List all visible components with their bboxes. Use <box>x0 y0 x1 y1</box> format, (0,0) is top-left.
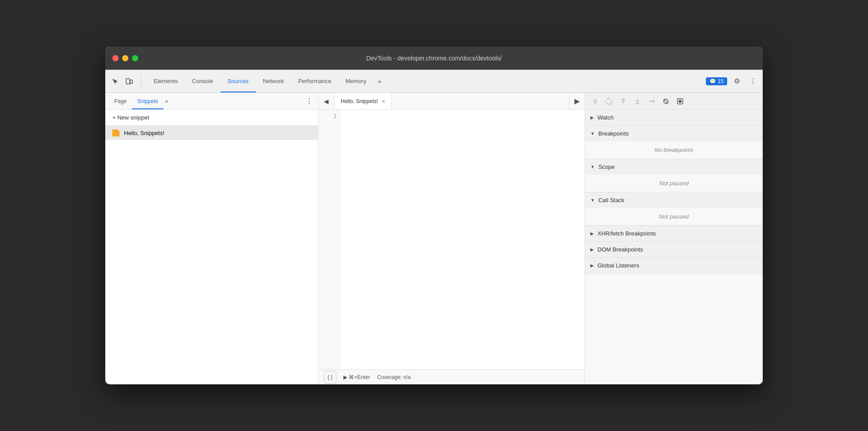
tab-memory[interactable]: Memory <box>338 70 374 92</box>
new-snippet-button[interactable]: + New snippet <box>105 110 318 126</box>
editor-bottom-bar: { } ▶ ⌘+Enter Coverage: n/a <box>319 369 585 384</box>
snippet-file-icon <box>112 129 119 136</box>
scope-section-header[interactable]: ▼ Scope <box>585 159 763 175</box>
new-snippet-label: + New snippet <box>112 114 149 121</box>
global-listeners-section-label: Global Listeners <box>597 262 639 269</box>
tab-console[interactable]: Console <box>185 70 220 92</box>
tab-network[interactable]: Network <box>256 70 291 92</box>
cursor-icon[interactable] <box>109 75 121 88</box>
editor-tab-bar: ◀ Hello, Snippets! × ▶ <box>319 93 585 110</box>
callstack-section-content: Not paused <box>585 208 763 225</box>
close-tab-button[interactable]: × <box>382 98 385 105</box>
callstack-section-header[interactable]: ▼ Call Stack <box>585 192 763 208</box>
dom-breakpoints-section-header[interactable]: ▶ DOM Breakpoints <box>585 242 763 257</box>
more-tabs-button[interactable]: » <box>374 75 386 88</box>
svg-rect-5 <box>679 100 681 103</box>
step-into-button[interactable] <box>617 95 629 108</box>
breakpoints-section-header[interactable]: ▼ Breakpoints <box>585 126 763 141</box>
xhr-arrow: ▶ <box>590 231 594 236</box>
tab-elements[interactable]: Elements <box>147 70 185 92</box>
tab-sources[interactable]: Sources <box>220 70 256 92</box>
breakpoints-section-content: No breakpoints <box>585 141 763 159</box>
devtools-body: Page Snippets » ⋮ + New snippet Hello, S… <box>105 93 763 384</box>
xhr-section-header[interactable]: ▶ XHR/fetch Breakpoints <box>585 226 763 241</box>
device-toolbar-icon[interactable] <box>123 75 135 88</box>
more-sub-tabs-button[interactable]: » <box>163 98 170 104</box>
run-shortcut[interactable]: ▶ ⌘+Enter <box>343 374 370 380</box>
coverage-label: Coverage: n/a <box>377 374 410 380</box>
tabs-right-controls: 💬 15 ⚙ ⋮ <box>706 75 759 88</box>
minimize-button[interactable] <box>122 55 128 61</box>
watch-section-header[interactable]: ▶ Watch <box>585 110 763 125</box>
format-button[interactable]: { } <box>324 371 336 383</box>
callstack-section-label: Call Stack <box>598 197 625 204</box>
editor-file-name: Hello, Snippets! <box>341 98 378 104</box>
step-out-button[interactable] <box>631 95 644 108</box>
scope-section-label: Scope <box>598 164 615 170</box>
titlebar: DevTools - developer.chrome.com/docs/dev… <box>105 47 763 70</box>
deactivate-breakpoints-button[interactable] <box>660 95 672 108</box>
sub-tab-snippets[interactable]: Snippets <box>132 93 163 109</box>
global-listeners-section: ▶ Global Listeners <box>585 258 763 274</box>
scope-empty-message: Not paused <box>590 180 757 187</box>
watch-section-label: Watch <box>597 114 613 121</box>
line-number-1: 1 <box>322 113 337 120</box>
global-listeners-section-header[interactable]: ▶ Global Listeners <box>585 258 763 273</box>
devtools-tabbar: Elements Console Sources Network Perform… <box>105 70 763 93</box>
window-title: DevTools - developer.chrome.com/docs/dev… <box>366 55 502 62</box>
pause-on-exceptions-button[interactable] <box>674 95 686 108</box>
debugger-panel: ⏸ <box>585 93 763 384</box>
run-shortcut-label: ▶ ⌘+Enter <box>343 374 370 380</box>
sidebar-toggle-button[interactable]: ◀ <box>319 93 334 109</box>
debug-toolbar: ⏸ <box>585 93 763 110</box>
dom-breakpoints-section-label: DOM Breakpoints <box>597 246 643 253</box>
debugger-sections: ▶ Watch ▼ Breakpoints No breakpoints <box>585 110 763 384</box>
svg-rect-0 <box>126 79 130 84</box>
dom-breakpoints-section: ▶ DOM Breakpoints <box>585 242 763 258</box>
breakpoints-section: ▼ Breakpoints No breakpoints <box>585 126 763 159</box>
sub-tab-page[interactable]: Page <box>109 93 132 109</box>
more-options-button[interactable]: ⋮ <box>747 75 759 88</box>
breakpoints-arrow: ▼ <box>590 131 595 136</box>
notification-icon: 💬 <box>709 78 716 84</box>
breakpoints-section-label: Breakpoints <box>598 130 629 137</box>
left-panel: Page Snippets » ⋮ + New snippet Hello, S… <box>105 93 319 384</box>
run-icon: ▶ <box>574 97 580 105</box>
notification-count: 15 <box>718 78 724 84</box>
maximize-button[interactable] <box>132 55 138 61</box>
scope-section: ▼ Scope Not paused <box>585 159 763 192</box>
global-listeners-arrow: ▶ <box>590 263 594 268</box>
watch-arrow: ▶ <box>590 115 594 120</box>
svg-rect-1 <box>130 80 132 84</box>
scope-arrow: ▼ <box>590 164 595 169</box>
watch-section: ▶ Watch <box>585 110 763 126</box>
line-numbers: 1 <box>319 110 341 369</box>
step-button[interactable] <box>645 95 658 108</box>
devtools-icons <box>109 75 141 88</box>
callstack-arrow: ▼ <box>590 198 595 203</box>
snippet-file-name: Hello, Snippets! <box>124 130 164 136</box>
editor-area: 1 <box>319 110 585 369</box>
sub-tabs-menu-button[interactable]: ⋮ <box>304 96 315 107</box>
devtools-window: DevTools - developer.chrome.com/docs/dev… <box>105 47 763 384</box>
close-button[interactable] <box>112 55 119 61</box>
code-editor[interactable] <box>341 110 585 369</box>
callstack-empty-message: Not paused <box>590 213 757 220</box>
snippet-item[interactable]: Hello, Snippets! <box>105 126 318 140</box>
dom-breakpoints-arrow: ▶ <box>590 247 594 252</box>
tab-performance[interactable]: Performance <box>291 70 338 92</box>
notification-badge[interactable]: 💬 15 <box>706 77 727 85</box>
editor-file-tab[interactable]: Hello, Snippets! × <box>334 93 392 109</box>
sources-sub-tabs: Page Snippets » ⋮ <box>105 93 318 110</box>
editor-panel: ◀ Hello, Snippets! × ▶ 1 { } <box>319 93 585 384</box>
xhr-section: ▶ XHR/fetch Breakpoints <box>585 226 763 242</box>
tabs-list: Elements Console Sources Network Perform… <box>147 70 706 92</box>
scope-section-content: Not paused <box>585 175 763 192</box>
step-over-button[interactable] <box>603 95 615 108</box>
settings-button[interactable]: ⚙ <box>731 75 743 88</box>
xhr-section-label: XHR/fetch Breakpoints <box>597 230 656 237</box>
callstack-section: ▼ Call Stack Not paused <box>585 192 763 226</box>
run-snippet-button[interactable]: ▶ <box>569 93 585 109</box>
traffic-lights <box>112 55 138 61</box>
pause-button[interactable]: ⏸ <box>589 95 601 108</box>
